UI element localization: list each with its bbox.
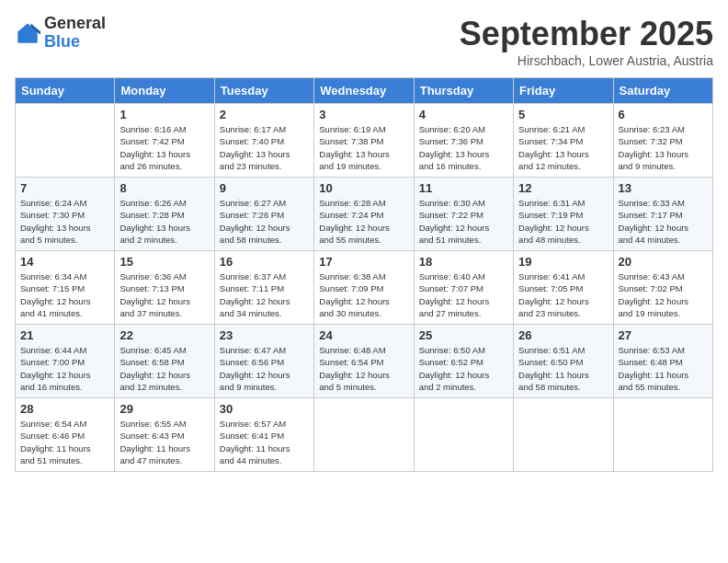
weekday-header-saturday: Saturday xyxy=(613,78,712,104)
calendar-cell: 19Sunrise: 6:41 AMSunset: 7:05 PMDayligh… xyxy=(514,251,613,325)
day-number: 16 xyxy=(220,255,309,269)
calendar-cell: 23Sunrise: 6:47 AMSunset: 6:56 PMDayligh… xyxy=(214,325,313,398)
day-number: 26 xyxy=(518,328,608,342)
calendar-cell: 11Sunrise: 6:30 AMSunset: 7:22 PMDayligh… xyxy=(414,178,513,251)
calendar-cell xyxy=(613,398,712,472)
day-number: 5 xyxy=(518,108,608,121)
calendar-cell: 16Sunrise: 6:37 AMSunset: 7:11 PMDayligh… xyxy=(214,251,313,325)
day-number: 24 xyxy=(319,328,408,342)
day-info: Sunrise: 6:34 AMSunset: 7:15 PMDaylight:… xyxy=(20,270,109,319)
day-info: Sunrise: 6:37 AMSunset: 7:11 PMDaylight:… xyxy=(220,270,309,319)
day-number: 28 xyxy=(20,402,109,416)
day-number: 25 xyxy=(419,328,508,342)
day-number: 30 xyxy=(220,402,309,416)
day-number: 10 xyxy=(319,181,408,195)
calendar-cell: 26Sunrise: 6:51 AMSunset: 6:50 PMDayligh… xyxy=(514,325,613,398)
calendar-cell: 13Sunrise: 6:33 AMSunset: 7:17 PMDayligh… xyxy=(613,178,712,251)
day-number: 6 xyxy=(619,108,708,121)
day-info: Sunrise: 6:41 AMSunset: 7:05 PMDaylight:… xyxy=(518,270,608,319)
calendar-week-row: 14Sunrise: 6:34 AMSunset: 7:15 PMDayligh… xyxy=(16,251,713,325)
day-info: Sunrise: 6:24 AMSunset: 7:30 PMDaylight:… xyxy=(20,197,109,246)
calendar-cell: 6Sunrise: 6:23 AMSunset: 7:32 PMDaylight… xyxy=(613,104,712,178)
calendar-cell: 27Sunrise: 6:53 AMSunset: 6:48 PMDayligh… xyxy=(613,325,712,398)
day-number: 22 xyxy=(119,328,209,342)
calendar-cell: 22Sunrise: 6:45 AMSunset: 6:58 PMDayligh… xyxy=(115,325,214,398)
day-info: Sunrise: 6:26 AMSunset: 7:28 PMDaylight:… xyxy=(119,197,209,246)
day-info: Sunrise: 6:50 AMSunset: 6:52 PMDaylight:… xyxy=(419,344,508,393)
day-number: 19 xyxy=(518,255,608,269)
weekday-header-monday: Monday xyxy=(115,78,214,104)
calendar-cell: 7Sunrise: 6:24 AMSunset: 7:30 PMDaylight… xyxy=(16,178,115,251)
day-info: Sunrise: 6:54 AMSunset: 6:46 PMDaylight:… xyxy=(20,418,109,466)
calendar-cell: 15Sunrise: 6:36 AMSunset: 7:13 PMDayligh… xyxy=(115,251,214,325)
calendar-cell: 3Sunrise: 6:19 AMSunset: 7:38 PMDaylight… xyxy=(314,104,414,178)
day-info: Sunrise: 6:43 AMSunset: 7:02 PMDaylight:… xyxy=(619,270,708,319)
calendar-cell: 12Sunrise: 6:31 AMSunset: 7:19 PMDayligh… xyxy=(514,178,613,251)
logo-line1: General xyxy=(44,15,106,33)
day-number: 4 xyxy=(419,108,508,121)
calendar-cell: 25Sunrise: 6:50 AMSunset: 6:52 PMDayligh… xyxy=(414,325,513,398)
day-info: Sunrise: 6:27 AMSunset: 7:26 PMDaylight:… xyxy=(220,197,309,246)
calendar-cell: 5Sunrise: 6:21 AMSunset: 7:34 PMDaylight… xyxy=(514,104,613,178)
day-number: 1 xyxy=(119,108,209,121)
calendar-cell: 24Sunrise: 6:48 AMSunset: 6:54 PMDayligh… xyxy=(314,325,414,398)
weekday-header-tuesday: Tuesday xyxy=(214,78,313,104)
day-number: 18 xyxy=(419,255,508,269)
svg-rect-3 xyxy=(18,31,38,42)
calendar-cell: 18Sunrise: 6:40 AMSunset: 7:07 PMDayligh… xyxy=(414,251,513,325)
day-number: 8 xyxy=(119,181,209,195)
day-number: 9 xyxy=(220,181,309,195)
page-header: General Blue September 2025 Hirschbach, … xyxy=(15,15,713,68)
day-info: Sunrise: 6:33 AMSunset: 7:17 PMDaylight:… xyxy=(619,197,708,246)
calendar-week-row: 7Sunrise: 6:24 AMSunset: 7:30 PMDaylight… xyxy=(16,178,713,251)
weekday-header-thursday: Thursday xyxy=(414,78,513,104)
day-info: Sunrise: 6:44 AMSunset: 7:00 PMDaylight:… xyxy=(20,344,109,393)
day-info: Sunrise: 6:23 AMSunset: 7:32 PMDaylight:… xyxy=(619,123,708,172)
calendar-week-row: 21Sunrise: 6:44 AMSunset: 7:00 PMDayligh… xyxy=(16,325,713,398)
day-number: 27 xyxy=(619,328,708,342)
day-info: Sunrise: 6:40 AMSunset: 7:07 PMDaylight:… xyxy=(419,270,508,319)
day-info: Sunrise: 6:36 AMSunset: 7:13 PMDaylight:… xyxy=(119,270,209,319)
location: Hirschbach, Lower Austria, Austria xyxy=(460,53,713,68)
calendar-cell xyxy=(16,104,115,178)
day-number: 11 xyxy=(419,181,508,195)
calendar-cell: 28Sunrise: 6:54 AMSunset: 6:46 PMDayligh… xyxy=(16,398,115,472)
calendar-cell xyxy=(314,398,414,472)
logo-line2: Blue xyxy=(44,33,106,52)
day-info: Sunrise: 6:20 AMSunset: 7:36 PMDaylight:… xyxy=(419,123,508,172)
calendar-header-row: SundayMondayTuesdayWednesdayThursdayFrid… xyxy=(16,78,713,104)
day-info: Sunrise: 6:57 AMSunset: 6:41 PMDaylight:… xyxy=(220,418,309,466)
day-info: Sunrise: 6:38 AMSunset: 7:09 PMDaylight:… xyxy=(319,270,408,319)
day-info: Sunrise: 6:55 AMSunset: 6:43 PMDaylight:… xyxy=(119,418,209,466)
calendar-cell: 8Sunrise: 6:26 AMSunset: 7:28 PMDaylight… xyxy=(115,178,214,251)
weekday-header-friday: Friday xyxy=(514,78,613,104)
calendar-cell: 9Sunrise: 6:27 AMSunset: 7:26 PMDaylight… xyxy=(214,178,313,251)
day-info: Sunrise: 6:19 AMSunset: 7:38 PMDaylight:… xyxy=(319,123,408,172)
day-info: Sunrise: 6:16 AMSunset: 7:42 PMDaylight:… xyxy=(119,123,209,172)
calendar-cell: 2Sunrise: 6:17 AMSunset: 7:40 PMDaylight… xyxy=(214,104,313,178)
day-info: Sunrise: 6:45 AMSunset: 6:58 PMDaylight:… xyxy=(119,344,209,393)
calendar-cell: 14Sunrise: 6:34 AMSunset: 7:15 PMDayligh… xyxy=(16,251,115,325)
calendar-cell: 17Sunrise: 6:38 AMSunset: 7:09 PMDayligh… xyxy=(314,251,414,325)
calendar-cell xyxy=(514,398,613,472)
logo: General Blue xyxy=(15,15,106,52)
day-info: Sunrise: 6:21 AMSunset: 7:34 PMDaylight:… xyxy=(518,123,608,172)
calendar-cell: 10Sunrise: 6:28 AMSunset: 7:24 PMDayligh… xyxy=(314,178,414,251)
day-number: 3 xyxy=(319,108,408,121)
logo-icon xyxy=(15,20,40,46)
day-info: Sunrise: 6:53 AMSunset: 6:48 PMDaylight:… xyxy=(619,344,708,393)
calendar-cell: 4Sunrise: 6:20 AMSunset: 7:36 PMDaylight… xyxy=(414,104,513,178)
title-block: September 2025 Hirschbach, Lower Austria… xyxy=(460,15,713,68)
day-number: 29 xyxy=(119,402,209,416)
calendar-cell xyxy=(414,398,513,472)
calendar-cell: 21Sunrise: 6:44 AMSunset: 7:00 PMDayligh… xyxy=(16,325,115,398)
day-number: 12 xyxy=(518,181,608,195)
day-info: Sunrise: 6:51 AMSunset: 6:50 PMDaylight:… xyxy=(518,344,608,393)
day-info: Sunrise: 6:48 AMSunset: 6:54 PMDaylight:… xyxy=(319,344,408,393)
day-number: 13 xyxy=(619,181,708,195)
calendar-cell: 1Sunrise: 6:16 AMSunset: 7:42 PMDaylight… xyxy=(115,104,214,178)
calendar-week-row: 28Sunrise: 6:54 AMSunset: 6:46 PMDayligh… xyxy=(16,398,713,472)
day-info: Sunrise: 6:30 AMSunset: 7:22 PMDaylight:… xyxy=(419,197,508,246)
logo-text: General Blue xyxy=(44,15,106,52)
day-info: Sunrise: 6:17 AMSunset: 7:40 PMDaylight:… xyxy=(220,123,309,172)
